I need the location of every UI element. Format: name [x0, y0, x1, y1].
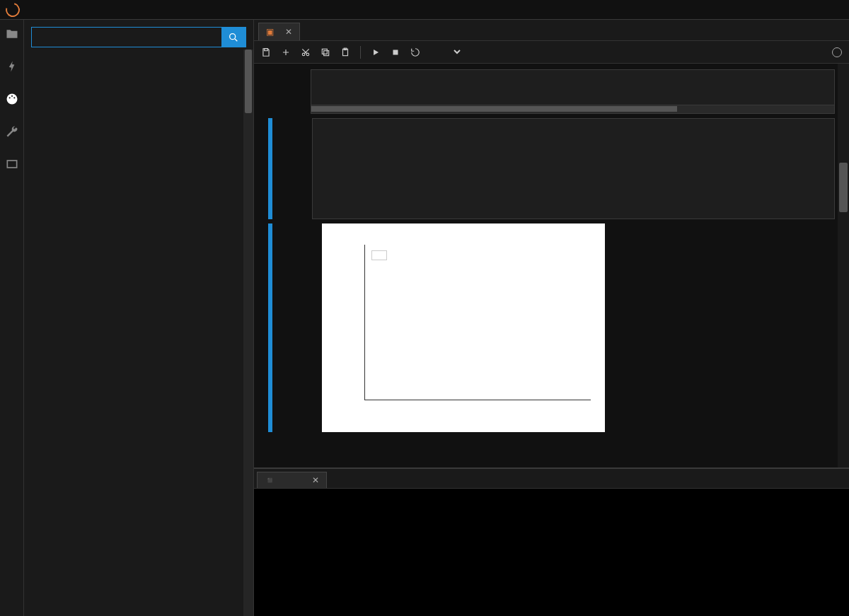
restart-icon[interactable] [410, 47, 420, 57]
terminal-panel: ◾ ✕ [254, 467, 849, 616]
tabs-icon[interactable] [5, 157, 19, 171]
horizontal-scrollbar[interactable] [311, 105, 835, 114]
notebook-tab[interactable]: ▣ ✕ [258, 23, 300, 40]
jupyter-logo-icon [3, 0, 22, 19]
svg-point-2 [11, 95, 12, 97]
paste-icon[interactable] [340, 47, 350, 57]
svg-rect-4 [7, 161, 16, 168]
terminal-body[interactable] [254, 489, 849, 616]
svg-point-0 [6, 94, 17, 105]
code-cell [268, 118, 835, 219]
cut-icon[interactable] [301, 47, 311, 57]
notebook-toolbar [254, 41, 849, 64]
plot-axes [364, 245, 591, 400]
code-cell [268, 69, 835, 114]
code-input[interactable] [311, 69, 835, 105]
markdown-text [268, 432, 835, 436]
cell-prompt [268, 69, 311, 114]
cell-run-indicator [268, 118, 272, 219]
terminal-icon: ◾ [265, 475, 275, 485]
add-cell-icon[interactable] [281, 47, 291, 57]
plot-legend [371, 250, 387, 260]
command-palette-sidebar [24, 20, 254, 616]
svg-rect-6 [265, 48, 268, 50]
notebook-area[interactable] [254, 64, 849, 467]
palette-icon[interactable] [5, 92, 19, 106]
code-input[interactable] [312, 118, 835, 219]
cell-prompt [274, 118, 312, 219]
save-icon[interactable] [261, 47, 271, 57]
sidebar-scrollbar[interactable] [243, 50, 253, 616]
menubar [0, 0, 849, 20]
cell-type-select[interactable] [430, 45, 463, 59]
notebook-tabbar: ▣ ✕ [254, 20, 849, 41]
run-icon[interactable] [371, 47, 381, 57]
main-content: ▣ ✕ [254, 20, 849, 616]
search-input[interactable] [32, 28, 221, 47]
svg-rect-9 [324, 50, 329, 55]
search-button[interactable] [221, 28, 246, 47]
search-icon [228, 32, 239, 43]
svg-rect-13 [393, 50, 398, 54]
notebook-icon: ▣ [266, 27, 274, 37]
svg-point-5 [230, 33, 236, 39]
stop-icon[interactable] [391, 47, 400, 57]
running-icon[interactable] [5, 59, 19, 74]
svg-rect-10 [322, 49, 327, 54]
cell-run-indicator [268, 223, 272, 432]
svg-point-3 [13, 97, 15, 98]
folder-icon[interactable] [5, 27, 19, 41]
svg-point-1 [8, 97, 10, 98]
terminal-tabbar: ◾ ✕ [254, 469, 849, 489]
wrench-icon[interactable] [5, 124, 19, 139]
copy-icon[interactable] [320, 47, 330, 57]
close-icon[interactable]: ✕ [285, 27, 292, 37]
close-icon[interactable]: ✕ [312, 475, 319, 485]
search-box [31, 27, 246, 47]
terminal-tab[interactable]: ◾ ✕ [257, 472, 327, 488]
plot-output [322, 223, 605, 432]
kernel-status-icon[interactable] [832, 47, 842, 57]
notebook-scrollbar[interactable] [838, 64, 849, 467]
activity-bar [0, 20, 24, 616]
